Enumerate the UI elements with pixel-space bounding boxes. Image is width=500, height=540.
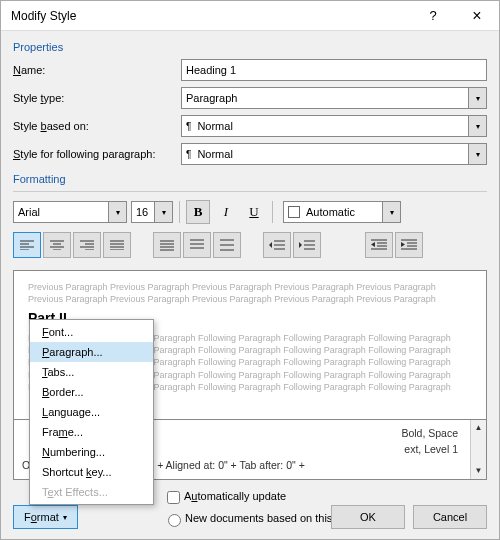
size-input[interactable] <box>131 201 155 223</box>
name-label: Name: <box>13 64 181 76</box>
scrollbar[interactable]: ▲▼ <box>470 420 486 479</box>
font-combo[interactable]: ▾ <box>13 201 127 223</box>
separator <box>179 201 180 223</box>
based-on-select[interactable]: ¶ Normal ▾ <box>181 115 487 137</box>
color-swatch <box>288 206 300 218</box>
chevron-down-icon: ▾ <box>155 201 173 223</box>
spacing-15-button[interactable] <box>183 232 211 258</box>
chevron-down-icon: ▾ <box>468 116 486 136</box>
menu-frame[interactable]: Frame... <box>30 422 153 442</box>
spacing-2-button[interactable] <box>213 232 241 258</box>
titlebar: Modify Style ? × <box>1 1 499 31</box>
align-left-button[interactable] <box>13 232 41 258</box>
color-combo[interactable]: Automatic ▾ <box>283 201 401 223</box>
divider <box>13 191 487 192</box>
separator <box>272 201 273 223</box>
align-right-button[interactable] <box>73 232 101 258</box>
align-center-button[interactable] <box>43 232 71 258</box>
italic-button[interactable]: I <box>214 200 238 224</box>
bold-button[interactable]: B <box>186 200 210 224</box>
style-type-label: Style type: <box>13 92 181 104</box>
indent-inc-button[interactable] <box>395 232 423 258</box>
chevron-down-icon: ▾ <box>383 201 401 223</box>
format-menu: Font... Paragraph... Tabs... Border... L… <box>29 319 154 505</box>
underline-button[interactable]: U <box>242 200 266 224</box>
based-on-value: Normal <box>197 120 232 132</box>
menu-numbering[interactable]: Numbering... <box>30 442 153 462</box>
chevron-down-icon: ▾ <box>109 201 127 223</box>
menu-border[interactable]: Border... <box>30 382 153 402</box>
size-combo[interactable]: ▾ <box>131 201 173 223</box>
preview-prev-text: Previous Paragraph Previous Paragraph Pr… <box>28 281 472 305</box>
following-value: Normal <box>197 148 232 160</box>
menu-font[interactable]: Font... <box>30 322 153 342</box>
ok-button[interactable]: OK <box>331 505 405 529</box>
indent-dec-button[interactable] <box>365 232 393 258</box>
cancel-button[interactable]: Cancel <box>413 505 487 529</box>
menu-text-effects: Text Effects... <box>30 482 153 502</box>
style-type-select[interactable]: Paragraph ▾ <box>181 87 487 109</box>
spacing-1-button[interactable] <box>153 232 181 258</box>
scroll-down-icon: ▼ <box>475 465 483 477</box>
menu-shortcut[interactable]: Shortcut key... <box>30 462 153 482</box>
menu-tabs[interactable]: Tabs... <box>30 362 153 382</box>
properties-heading: Properties <box>13 41 487 53</box>
chevron-down-icon: ▾ <box>63 513 67 522</box>
chevron-down-icon: ▾ <box>468 88 486 108</box>
following-label: Style for following paragraph: <box>13 148 181 160</box>
pilcrow-icon: ¶ <box>186 149 191 160</box>
name-input[interactable] <box>181 59 487 81</box>
style-type-value: Paragraph <box>186 92 237 104</box>
dialog-title: Modify Style <box>11 9 411 23</box>
format-button[interactable]: Format▾ <box>13 505 78 529</box>
menu-language[interactable]: Language... <box>30 402 153 422</box>
pilcrow-icon: ¶ <box>186 121 191 132</box>
menu-paragraph[interactable]: Paragraph... <box>30 342 153 362</box>
help-button[interactable]: ? <box>411 1 455 31</box>
auto-update-checkbox[interactable] <box>167 491 180 504</box>
following-select[interactable]: ¶ Normal ▾ <box>181 143 487 165</box>
close-button[interactable]: × <box>455 1 499 31</box>
based-on-label: Style based on: <box>13 120 181 132</box>
modify-style-dialog: Modify Style ? × Properties Name: Style … <box>0 0 500 540</box>
formatting-heading: Formatting <box>13 173 487 185</box>
space-before-inc-button[interactable] <box>263 232 291 258</box>
color-value: Automatic <box>306 206 355 218</box>
align-justify-button[interactable] <box>103 232 131 258</box>
font-input[interactable] <box>13 201 109 223</box>
space-before-dec-button[interactable] <box>293 232 321 258</box>
scroll-up-icon: ▲ <box>475 422 483 434</box>
chevron-down-icon: ▾ <box>468 144 486 164</box>
